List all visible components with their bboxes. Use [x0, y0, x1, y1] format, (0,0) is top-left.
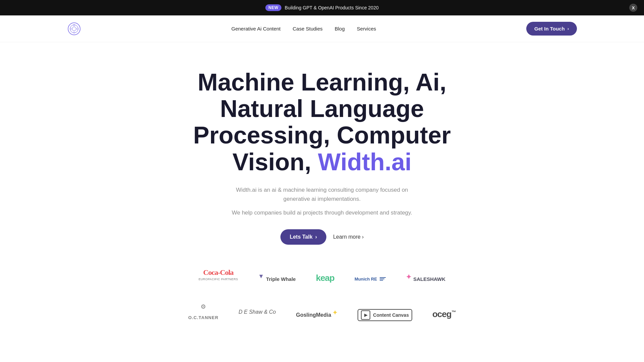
nav-link-generative-ai[interactable]: Generative Ai Content	[231, 26, 281, 32]
learn-more-link[interactable]: Learn more ›	[333, 234, 364, 240]
nav-item-services[interactable]: Services	[357, 26, 376, 32]
partner-contentcanvas: ▶ Content Canvas	[358, 309, 412, 321]
new-badge: NEW	[265, 4, 281, 11]
nav-link-services[interactable]: Services	[357, 26, 376, 32]
learn-more-label: Learn more	[333, 234, 361, 240]
hero-buttons: Lets Talk › Learn more ›	[280, 229, 364, 245]
partner-saleshawk: ✦ SALESHAWK	[406, 273, 445, 285]
svg-point-3	[73, 24, 75, 26]
get-in-touch-arrow: ›	[568, 26, 569, 31]
partner-oceg: oceg™	[432, 309, 456, 321]
get-in-touch-button[interactable]: Get In Touch ›	[526, 22, 577, 36]
partner-gosling: GoslingMedia ✦	[296, 309, 337, 321]
banner-close-button[interactable]: X	[629, 4, 637, 12]
navbar: Generative Ai Content Case Studies Blog …	[0, 15, 644, 42]
partner-octanner: ⚙ O.C.TANNER	[188, 303, 218, 327]
partners-row-2: ⚙ O.C.TANNER D E Shaw & Co GoslingMedia …	[107, 303, 537, 327]
partner-munich: Munich RE	[355, 273, 386, 285]
lets-talk-arrow: ›	[315, 234, 317, 240]
svg-point-2	[72, 27, 76, 31]
learn-more-arrow: ›	[362, 234, 364, 240]
partner-triplewhale: ▼ Triple Whale	[258, 273, 296, 285]
hero-subtitle-1: Width.ai is an ai & machine learning con…	[230, 185, 414, 203]
hero-subtitle-2: We help companies build ai projects thro…	[232, 208, 412, 217]
nav-link-blog[interactable]: Blog	[335, 26, 345, 32]
nav-link-case-studies[interactable]: Case Studies	[293, 26, 323, 32]
nav-item-generative-ai[interactable]: Generative Ai Content	[231, 26, 281, 32]
partners-section: Coca-Cola EUROPACIFIC PARTNERS ▼ Triple …	[67, 268, 577, 341]
lets-talk-button[interactable]: Lets Talk ›	[280, 229, 327, 245]
partners-row-1: Coca-Cola EUROPACIFIC PARTNERS ▼ Triple …	[107, 268, 537, 290]
hero-headline: Machine Learning, Ai, Natural Language P…	[171, 69, 473, 175]
lets-talk-label: Lets Talk	[290, 234, 313, 240]
get-in-touch-label: Get In Touch	[534, 26, 565, 32]
nav-links: Generative Ai Content Case Studies Blog …	[231, 26, 376, 32]
hero-headline-accent: Width.ai	[318, 148, 412, 175]
brand-logo[interactable]	[67, 22, 81, 36]
svg-point-5	[73, 32, 75, 33]
hero-section: Machine Learning, Ai, Natural Language P…	[0, 42, 644, 361]
banner-message: Building GPT & OpenAI Products Since 202…	[285, 5, 379, 10]
partner-deshaw: D E Shaw & Co	[238, 309, 276, 321]
top-banner: NEW Building GPT & OpenAI Products Since…	[0, 0, 644, 15]
partner-keap: keap	[316, 273, 334, 285]
nav-item-case-studies[interactable]: Case Studies	[293, 26, 323, 32]
partner-cocacola: Coca-Cola EUROPACIFIC PARTNERS	[199, 268, 238, 290]
nav-item-blog[interactable]: Blog	[335, 26, 345, 32]
